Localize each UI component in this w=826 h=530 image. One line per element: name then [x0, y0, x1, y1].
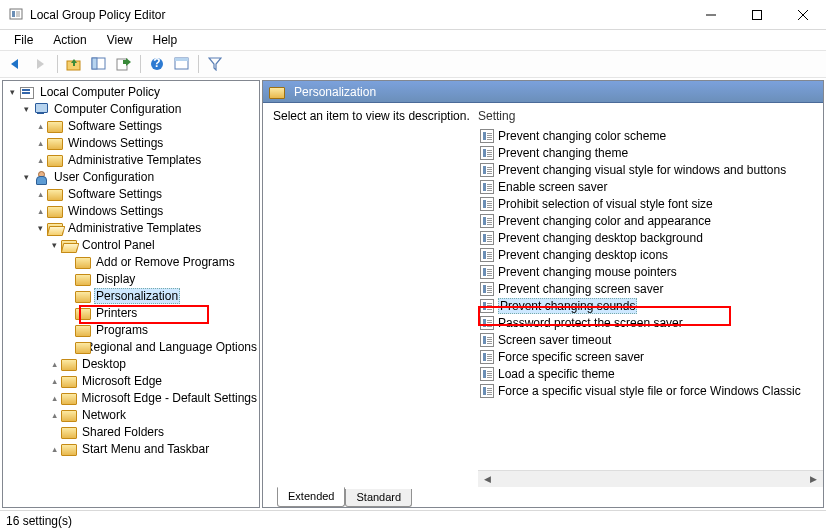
properties-button[interactable] — [171, 53, 193, 75]
setting-row[interactable]: Prevent changing mouse pointers — [478, 263, 823, 280]
setting-icon — [480, 231, 494, 245]
twisty-icon[interactable]: ▸ — [47, 442, 61, 456]
tree-pane[interactable]: ▾Local Computer Policy ▾Computer Configu… — [2, 80, 260, 508]
tree-computer-configuration[interactable]: Computer Configuration — [52, 102, 183, 116]
setting-row[interactable]: Prevent changing theme — [478, 144, 823, 161]
folder-icon — [75, 289, 91, 303]
tab-standard[interactable]: Standard — [345, 489, 412, 507]
setting-row[interactable]: Force a specific visual style file or fo… — [478, 382, 823, 399]
up-button[interactable] — [63, 53, 85, 75]
svg-rect-11 — [92, 58, 97, 69]
forward-button[interactable] — [30, 53, 52, 75]
tab-extended[interactable]: Extended — [277, 487, 345, 507]
tree-shared-folders[interactable]: Shared Folders — [80, 425, 166, 439]
menu-help[interactable]: Help — [145, 31, 186, 49]
setting-row[interactable]: Prevent changing desktop background — [478, 229, 823, 246]
user-icon — [33, 170, 49, 184]
twisty-icon[interactable]: ▾ — [33, 221, 47, 235]
twisty-icon[interactable]: ▾ — [47, 238, 61, 252]
tree-admin-templates[interactable]: Administrative Templates — [66, 153, 203, 167]
twisty-icon[interactable]: ▸ — [47, 374, 61, 388]
setting-icon — [480, 180, 494, 194]
tree-printers[interactable]: Printers — [94, 306, 139, 320]
setting-row[interactable]: Prevent changing color and appearance — [478, 212, 823, 229]
help-button[interactable]: ? — [146, 53, 168, 75]
status-count: 16 setting(s) — [6, 514, 72, 528]
menu-file[interactable]: File — [6, 31, 41, 49]
setting-row[interactable]: Screen saver timeout — [478, 331, 823, 348]
scroll-left-icon[interactable]: ◀ — [480, 472, 495, 487]
folder-icon — [47, 153, 63, 167]
setting-label: Force a specific visual style file or fo… — [498, 384, 801, 398]
tree-personalization[interactable]: Personalization — [94, 288, 180, 304]
setting-label: Prevent changing desktop icons — [498, 248, 668, 262]
setting-label: Screen saver timeout — [498, 333, 611, 347]
setting-icon — [480, 333, 494, 347]
close-button[interactable] — [780, 0, 826, 29]
twisty-icon[interactable]: ▸ — [33, 153, 47, 167]
menu-view[interactable]: View — [99, 31, 141, 49]
settings-list[interactable]: Setting Prevent changing color schemePre… — [478, 109, 823, 470]
setting-label: Load a specific theme — [498, 367, 615, 381]
details-header: Personalization — [263, 81, 823, 103]
folder-icon — [61, 408, 77, 422]
tree-software-settings-u[interactable]: Software Settings — [66, 187, 164, 201]
filter-button[interactable] — [204, 53, 226, 75]
setting-row[interactable]: Prevent changing color scheme — [478, 127, 823, 144]
setting-row[interactable]: Enable screen saver — [478, 178, 823, 195]
tree-ms-edge-default[interactable]: Microsoft Edge - Default Settings — [80, 391, 259, 405]
tree-windows-settings[interactable]: Windows Settings — [66, 136, 165, 150]
setting-row[interactable]: Load a specific theme — [478, 365, 823, 382]
tree-admin-templates-u[interactable]: Administrative Templates — [66, 221, 203, 235]
tree-add-remove[interactable]: Add or Remove Programs — [94, 255, 237, 269]
twisty-icon[interactable]: ▸ — [47, 357, 61, 371]
tree-network[interactable]: Network — [80, 408, 128, 422]
tree-programs[interactable]: Programs — [94, 323, 150, 337]
setting-label: Prevent changing visual style for window… — [498, 163, 786, 177]
twisty-icon[interactable]: ▸ — [33, 136, 47, 150]
setting-row[interactable]: Prevent changing visual style for window… — [478, 161, 823, 178]
twisty-icon[interactable]: ▸ — [33, 119, 47, 133]
twisty-icon[interactable]: ▸ — [33, 204, 47, 218]
twisty-icon[interactable]: ▸ — [33, 187, 47, 201]
maximize-button[interactable] — [734, 0, 780, 29]
scroll-right-icon[interactable]: ▶ — [806, 472, 821, 487]
folder-open-icon — [47, 221, 63, 235]
minimize-button[interactable] — [688, 0, 734, 29]
status-bar: 16 setting(s) — [0, 510, 826, 530]
setting-icon — [480, 214, 494, 228]
column-header-setting[interactable]: Setting — [478, 109, 823, 123]
tree-control-panel[interactable]: Control Panel — [80, 238, 157, 252]
tree-start-menu[interactable]: Start Menu and Taskbar — [80, 442, 211, 456]
twisty-icon[interactable]: ▾ — [19, 170, 33, 184]
folder-icon — [61, 425, 77, 439]
setting-row[interactable]: Prohibit selection of visual style font … — [478, 195, 823, 212]
folder-icon — [47, 204, 63, 218]
twisty-icon[interactable]: ▾ — [19, 102, 33, 116]
tree-user-configuration[interactable]: User Configuration — [52, 170, 156, 184]
tree-root[interactable]: Local Computer Policy — [38, 85, 162, 99]
twisty-icon[interactable]: ▸ — [47, 408, 61, 422]
tree-windows-settings-u[interactable]: Windows Settings — [66, 204, 165, 218]
twisty-icon[interactable]: ▸ — [47, 391, 61, 405]
setting-row[interactable]: Password protect the screen saver — [478, 314, 823, 331]
menu-action[interactable]: Action — [45, 31, 94, 49]
tree-desktop[interactable]: Desktop — [80, 357, 128, 371]
tree-display[interactable]: Display — [94, 272, 137, 286]
horizontal-scrollbar[interactable]: ◀ ▶ — [478, 470, 823, 487]
setting-icon — [480, 197, 494, 211]
setting-row[interactable]: Prevent changing desktop icons — [478, 246, 823, 263]
setting-row[interactable]: Prevent changing screen saver — [478, 280, 823, 297]
twisty-icon[interactable]: ▾ — [5, 85, 19, 99]
back-button[interactable] — [5, 53, 27, 75]
setting-label: Prevent changing mouse pointers — [498, 265, 677, 279]
export-list-button[interactable] — [113, 53, 135, 75]
tree-ms-edge[interactable]: Microsoft Edge — [80, 374, 164, 388]
tree-regional[interactable]: Regional and Language Options — [83, 340, 259, 354]
setting-row[interactable]: Force specific screen saver — [478, 348, 823, 365]
setting-row[interactable]: Prevent changing sounds — [478, 297, 823, 314]
toolbar: ? — [0, 50, 826, 78]
tree-software-settings[interactable]: Software Settings — [66, 119, 164, 133]
show-hide-tree-button[interactable] — [88, 53, 110, 75]
menu-bar: File Action View Help — [0, 30, 826, 50]
